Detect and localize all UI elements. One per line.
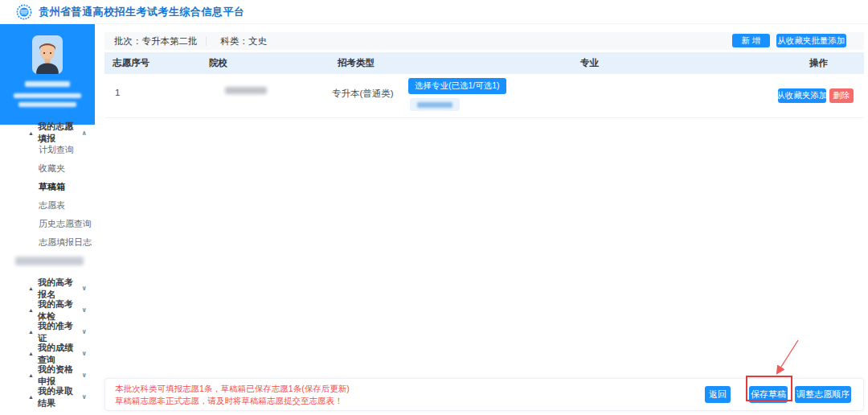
back-button[interactable]: 返回: [705, 386, 731, 403]
chevron-up-icon: ∧: [82, 129, 88, 137]
subject-field: 科类：文史: [221, 35, 298, 47]
platform-logo-icon: [16, 4, 32, 20]
row-order-number: 1: [115, 88, 120, 97]
footer-action-bar: 本批次科类可填报志愿1条，草稿箱已保存志愿1条(保存后更新) 草稿箱志愿非正式志…: [104, 378, 864, 411]
batch-value: 专升本第二批: [142, 36, 198, 46]
column-header-school: 院校: [209, 52, 227, 74]
sidebar-item-favorites[interactable]: 收藏夹: [0, 159, 95, 178]
menu-group-icon: ▲: [28, 329, 34, 335]
chevron-down-icon: ∨: [82, 350, 88, 357]
chevron-down-icon: ∨: [82, 372, 88, 379]
sidebar-item-fill-log[interactable]: 志愿填报日志: [0, 233, 95, 252]
sidebar-group-qualification[interactable]: ▲ 我的资格申报 ∨: [0, 364, 95, 386]
sidebar-collapsed-groups: ▲ 我的高考报名 ∨ ▲ 我的高考体检 ∨ ▲ 我的准考证 ∨ ▲ 我的成绩查询: [0, 277, 95, 408]
batch-field: 批次：专升本第二批: [114, 35, 198, 47]
table-row: 1 专升本(普通类) 选择专业(已选1/可选1) 从收藏夹添加 删除: [104, 74, 864, 118]
menu-group-icon: ▲: [28, 307, 34, 313]
sidebar-item-redacted[interactable]: [0, 252, 95, 270]
main-content: 批次：专升本第二批 科类：文史 新 增 从收藏夹批量添加 志愿序号 院校 招考类…: [104, 32, 864, 415]
column-header-admission-type: 招考类型: [338, 52, 375, 74]
sidebar-group-label: 我的录取结果: [38, 385, 82, 409]
avatar: [32, 35, 63, 74]
sidebar-menu: ▲ 我的志愿填报 ∧ 计划查询 收藏夹 草稿箱 志愿表 历史志愿查询 志愿填报日…: [0, 125, 95, 408]
adjust-order-button[interactable]: 调整志愿顺序: [795, 386, 851, 403]
chevron-down-icon: ∨: [82, 393, 88, 401]
sidebar: ▲ 我的志愿填报 ∧ 计划查询 收藏夹 草稿箱 志愿表 历史志愿查询 志愿填报日…: [0, 24, 95, 415]
delete-button[interactable]: 删除: [829, 88, 854, 103]
page-title: 贵州省普通高校招生考试考生综合信息平台: [39, 5, 245, 19]
batch-label: 批次：: [114, 36, 142, 46]
menu-group-icon: ▲: [28, 394, 34, 400]
sidebar-group-score-query[interactable]: ▲ 我的成绩查询 ∨: [0, 343, 95, 364]
sidebar-group-admission-result[interactable]: ▲ 我的录取结果 ∨: [0, 386, 95, 408]
redacted-user-id-line1: [14, 93, 81, 98]
redacted-user-name: [25, 81, 70, 87]
column-header-major: 专业: [580, 52, 599, 74]
redacted-user-id-line2: [18, 102, 76, 107]
redacted-menu-label: [15, 257, 84, 265]
sidebar-user-card: [0, 24, 95, 125]
add-button[interactable]: 新 增: [732, 34, 770, 47]
subject-value: 文史: [248, 36, 267, 46]
sidebar-group-volunteer[interactable]: ▲ 我的志愿填报 ∧: [0, 125, 95, 141]
redacted-major-name: [417, 102, 452, 108]
save-draft-button[interactable]: 保存草稿: [749, 386, 788, 403]
subject-label: 科类：: [221, 36, 249, 46]
row-admission-type: 专升本(普通类): [332, 88, 394, 100]
menu-group-icon: ▲: [28, 286, 34, 291]
selected-major-tag[interactable]: [410, 98, 460, 111]
chevron-down-icon: ∨: [82, 285, 88, 292]
add-from-favorites-button[interactable]: 从收藏夹添加: [778, 88, 826, 103]
sidebar-group-label: 我的成绩查询: [38, 342, 82, 366]
sidebar-group-label: 我的高考报名: [38, 277, 82, 301]
redacted-school-name: [225, 87, 267, 94]
sidebar-item-volunteer-form[interactable]: 志愿表: [0, 196, 95, 215]
column-header-actions: 操作: [809, 52, 828, 74]
draft-notice-line1: 本批次科类可填报志愿1条，草稿箱已保存志愿1条(保存后更新): [115, 383, 350, 395]
sidebar-group-admission-ticket[interactable]: ▲ 我的准考证 ∨: [0, 321, 95, 343]
sidebar-group-gaokao-signup[interactable]: ▲ 我的高考报名 ∨: [0, 277, 95, 299]
chevron-down-icon: ∨: [82, 306, 88, 314]
sidebar-item-history-query[interactable]: 历史志愿查询: [0, 215, 95, 233]
page: 贵州省普通高校招生考试考生综合信息平台 ▲: [0, 0, 868, 415]
menu-group-icon: ▲: [28, 130, 34, 136]
table-header: 志愿序号 院校 招考类型 专业 操作: [104, 52, 864, 74]
sidebar-group-label: 我的高考体检: [38, 298, 82, 323]
menu-group-icon: ▲: [28, 372, 34, 378]
draft-notice: 本批次科类可填报志愿1条，草稿箱已保存志愿1条(保存后更新) 草稿箱志愿非正式志…: [115, 383, 350, 407]
sidebar-item-draft-box[interactable]: 草稿箱: [0, 178, 95, 196]
draft-notice-line2: 草稿箱志愿非正式志愿，请及时将草稿箱志愿提交至志愿表！: [115, 395, 350, 407]
app-header: 贵州省普通高校招生考试考生综合信息平台: [0, 0, 868, 24]
sidebar-group-label: 我的资格申报: [38, 364, 82, 388]
batch-filter-bar: 批次：专升本第二批 科类：文史 新 增 从收藏夹批量添加: [104, 32, 864, 50]
sidebar-group-physical-exam[interactable]: ▲ 我的高考体检 ∨: [0, 299, 95, 321]
sidebar-group-label: 我的准考证: [38, 320, 82, 344]
menu-group-icon: ▲: [28, 351, 34, 356]
batch-add-from-favorites-button[interactable]: 从收藏夹批量添加: [776, 34, 846, 47]
chevron-down-icon: ∨: [82, 328, 88, 335]
select-major-button[interactable]: 选择专业(已选1/可选1): [408, 78, 506, 94]
column-header-order: 志愿序号: [113, 52, 149, 74]
filter-divider: [206, 36, 207, 46]
